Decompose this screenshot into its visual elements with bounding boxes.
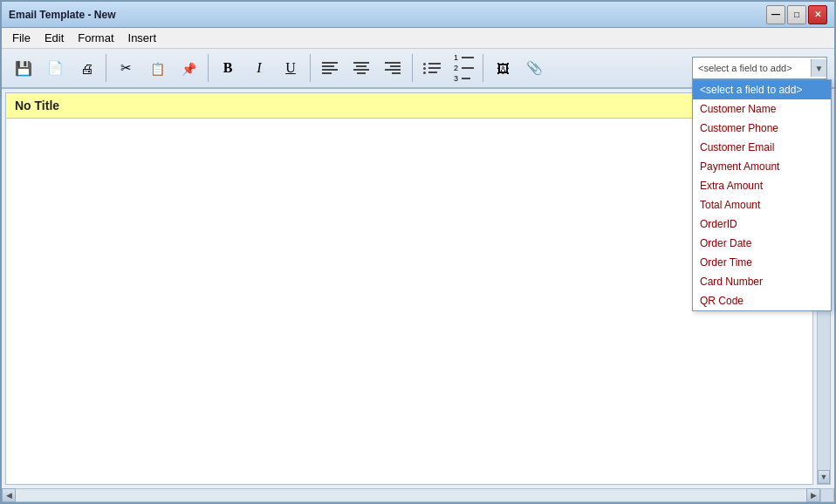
dropdown-item-6[interactable]: Total Amount <box>693 195 831 215</box>
horizontal-scrollbar[interactable]: ◀ ▶ <box>2 488 820 502</box>
dropdown-item-2[interactable]: Customer Phone <box>693 119 831 138</box>
image-button[interactable] <box>488 53 517 83</box>
align-left-button[interactable] <box>315 53 345 83</box>
dropdown-item-11[interactable]: QR Code <box>693 291 831 310</box>
dropdown-item-9[interactable]: Order Time <box>693 253 831 272</box>
cut-button[interactable] <box>111 53 140 83</box>
save-icon <box>15 60 32 77</box>
field-dropdown-menu: <select a field to add> Customer Name Cu… <box>692 79 832 311</box>
dropdown-item-1[interactable]: Customer Name <box>693 99 831 119</box>
menu-format[interactable]: Format <box>71 29 120 47</box>
separator-2 <box>208 54 209 82</box>
dropdown-item-3[interactable]: Customer Email <box>693 138 831 157</box>
cut-icon <box>120 60 132 76</box>
menu-file[interactable]: File <box>5 29 38 47</box>
dropdown-item-8[interactable]: Order Date <box>693 234 831 253</box>
dropdown-item-10[interactable]: Card Number <box>693 272 831 291</box>
chevron-down-icon: ▼ <box>811 59 826 77</box>
title-bar: Email Template - New — □ ✕ <box>2 2 834 28</box>
dropdown-item-0[interactable]: <select a field to add> <box>693 80 831 99</box>
dropdown-item-7[interactable]: OrderID <box>693 215 831 234</box>
field-selector-label: <select a field to add> <box>698 63 792 73</box>
align-right-button[interactable] <box>378 53 408 83</box>
bold-button[interactable]: B <box>213 53 243 83</box>
maximize-button[interactable]: □ <box>787 5 806 24</box>
attach-icon <box>526 60 543 76</box>
print-button[interactable] <box>72 53 101 83</box>
field-selector-wrapper: <select a field to add> ▼ <select a fiel… <box>692 57 827 79</box>
toolbar: B I U <box>2 49 834 89</box>
align-left-icon <box>319 58 341 78</box>
separator-4 <box>412 54 413 82</box>
ordered-list-icon: 1 2 3 <box>451 50 476 86</box>
image-icon <box>497 61 510 76</box>
close-button[interactable]: ✕ <box>808 5 827 24</box>
scroll-right-button[interactable]: ▶ <box>806 488 820 502</box>
bottom-scrollbar-area: ◀ ▶ <box>2 488 834 502</box>
unordered-list-button[interactable] <box>417 53 447 83</box>
dropdown-item-4[interactable]: Payment Amount <box>693 157 831 176</box>
dropdown-item-5[interactable]: Extra Amount <box>693 176 831 195</box>
separator-1 <box>106 54 106 82</box>
new-file-icon <box>47 60 64 76</box>
attach-button[interactable] <box>519 53 549 83</box>
copy-button[interactable] <box>142 53 172 83</box>
menu-bar: File Edit Format Insert <box>2 28 834 49</box>
window-title: Email Template - New <box>9 9 115 21</box>
unordered-list-icon <box>421 59 443 78</box>
minimize-button[interactable]: — <box>766 5 785 24</box>
menu-edit[interactable]: Edit <box>38 29 71 47</box>
separator-3 <box>310 54 311 82</box>
align-center-icon <box>350 58 373 78</box>
print-icon <box>80 61 93 76</box>
scrollbar-corner <box>820 488 834 502</box>
italic-button[interactable]: I <box>244 53 274 83</box>
new-file-button[interactable] <box>40 53 70 83</box>
menu-insert[interactable]: Insert <box>121 29 164 47</box>
ordered-list-button[interactable]: 1 2 3 <box>449 53 478 83</box>
copy-icon <box>150 61 165 76</box>
save-button[interactable] <box>9 53 38 83</box>
separator-5 <box>483 54 483 82</box>
paste-icon <box>182 61 196 76</box>
paste-button[interactable] <box>174 53 203 83</box>
underline-button[interactable]: U <box>276 53 305 83</box>
scroll-left-button[interactable]: ◀ <box>2 488 16 502</box>
align-right-icon <box>381 58 404 78</box>
main-window: Email Template - New — □ ✕ File Edit For… <box>0 0 836 504</box>
field-selector[interactable]: <select a field to add> ▼ <box>692 57 827 79</box>
window-controls: — □ ✕ <box>766 5 827 24</box>
scroll-down-button[interactable]: ▼ <box>818 470 830 484</box>
align-center-button[interactable] <box>346 53 376 83</box>
